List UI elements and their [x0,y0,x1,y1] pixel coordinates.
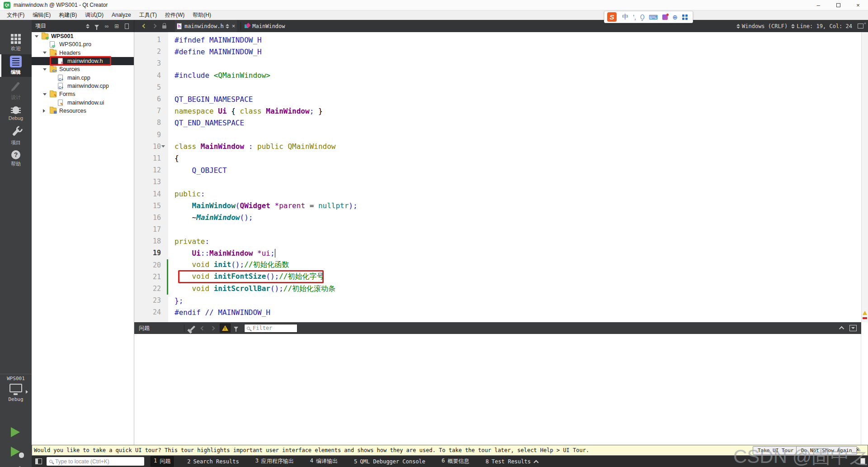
line-number[interactable]: 6 [134,95,168,103]
symbol-dropdown[interactable]: MainWindow [252,23,285,29]
output-pane-8[interactable]: 8Test Results [483,457,533,466]
code-line[interactable]: 15 MainWindow(QWidget *parent = nullptr)… [134,200,861,212]
line-number[interactable]: 4 [134,71,168,80]
chevron-down-icon[interactable] [35,35,38,38]
line-number[interactable]: 18 [134,237,168,245]
split-panel-icon[interactable]: ⊞ [112,22,121,31]
issues-filter-input[interactable]: Filter [244,324,297,333]
cursor-position-label[interactable]: Line: 19, Col: 24 [797,23,852,29]
do-not-show-again-button[interactable]: Do Not Show Again [796,446,857,455]
menu-item[interactable]: 控件(W) [161,10,189,20]
cursor-spinner[interactable] [791,24,795,29]
maximize-panel-icon[interactable] [839,326,844,331]
code-line[interactable]: 7namespace Ui { class MainWindow; } [134,105,861,117]
ime-keyboard-icon[interactable]: ⌨ [649,14,658,21]
line-number[interactable]: 7 [134,107,168,115]
output-pane-2[interactable]: 2Search Results [184,457,241,466]
output-pane-1[interactable]: 1问题 [151,456,174,467]
code-line[interactable]: 24#endif // MAINWINDOW_H [134,306,861,318]
code-line[interactable]: 22 void initScrollBar();//初始化滚动条 [134,283,861,295]
filter-tree-icon[interactable] [92,22,101,31]
close-button[interactable]: × [848,0,868,10]
code-line[interactable]: 13 [134,176,861,188]
line-number[interactable]: 5 [134,83,168,91]
restore-button[interactable] [828,0,848,10]
document-dropdown-icon[interactable] [226,24,229,29]
minimize-button[interactable]: – [808,0,828,10]
code-line[interactable]: 19 Ui::MainWindow *ui; [134,247,861,259]
take-ui-tour-button[interactable]: Take UI Tour [753,446,798,455]
tree-item-forms[interactable]: ✎Forms [32,90,134,98]
output-pane-3[interactable]: 3应用程序输出 [253,457,297,466]
code-line[interactable]: 5 [134,81,861,93]
tree-item-wps001-pro[interactable]: qtWPS001.pro [32,40,134,48]
code-line[interactable]: 4#include <QMainWindow> [134,70,861,81]
toggle-sidebar-icon[interactable] [35,458,42,464]
code-editor[interactable]: 1#ifndef MAINWINDOW_H2#define MAINWINDOW… [134,32,861,322]
line-number[interactable]: 23 [134,296,168,305]
output-panes-arrow-icon[interactable] [533,460,538,465]
line-number[interactable]: 19 [134,249,168,257]
ime-logo-icon[interactable]: S [607,12,617,22]
code-line[interactable]: 18private: [134,235,861,247]
panel-mode-spinner[interactable] [82,22,91,31]
line-number[interactable]: 11 [134,154,168,162]
line-number[interactable]: 13 [134,178,168,186]
output-pane-4[interactable]: 4编译输出 [307,457,340,466]
tree-item-wps001[interactable]: qtWPS001 [32,32,134,40]
code-line[interactable]: 16 ~MainWindow(); [134,212,861,224]
tree-item-mainwindow-cpp[interactable]: C+mainwindow.cpp [32,82,134,90]
next-issue-icon[interactable] [208,324,217,333]
editor-scrollbar[interactable] [861,32,868,322]
menu-item[interactable]: 调试(D) [81,10,108,20]
code-line[interactable]: 14public: [134,188,861,200]
ime-lang-mode-icon[interactable]: 中 [622,13,628,21]
mode-projects[interactable]: 项目 [0,125,32,148]
panel-menu-icon[interactable] [849,325,857,331]
back-icon[interactable] [140,22,149,31]
line-number[interactable]: 22 [134,285,168,293]
line-number[interactable]: 14 [134,190,168,198]
code-line[interactable]: 12 Q_OBJECT [134,164,861,176]
line-number[interactable]: 12 [134,166,168,174]
tree-item-resources[interactable]: ▤Resources [32,107,134,115]
menu-item[interactable]: 工具(T) [135,10,161,20]
menu-item[interactable]: 编辑(E) [28,10,55,20]
code-line[interactable]: 2#define MAINWINDOW_H [134,46,861,57]
run-button[interactable] [11,427,20,437]
split-editor-icon[interactable] [858,24,863,29]
ime-mic-icon[interactable] [641,14,644,19]
close-document-icon[interactable]: × [232,23,236,29]
code-line[interactable]: 21 void initFontSize();//初始化字号 [134,271,861,283]
code-line[interactable]: 23}; [134,295,861,306]
output-pane-6[interactable]: 6概要信息 [439,457,472,466]
mode-edit[interactable]: 编辑 [0,54,32,77]
debug-run-button[interactable] [11,447,20,457]
line-number[interactable]: 9 [134,131,168,139]
line-number[interactable]: 16 [134,214,168,222]
chevron-down-icon[interactable] [43,93,47,95]
encoding-label[interactable]: Windows (CRLF) [742,23,788,29]
line-number[interactable]: 8 [134,119,168,127]
code-line[interactable]: 10class MainWindow : public QMainWindow [134,141,861,152]
line-number[interactable]: 3 [134,59,168,67]
menu-item[interactable]: 构建(B) [55,10,81,20]
sync-with-editor-icon[interactable]: ∞ [102,22,111,31]
forward-icon[interactable] [150,22,159,31]
open-document-tab[interactable]: h mainwindow.h × [175,20,237,32]
chevron-right-icon[interactable] [43,109,45,113]
ime-emoji-icon[interactable]: ⊕ [672,14,678,21]
mode-help[interactable]: ? 帮助 [0,148,32,170]
line-number[interactable]: 2 [134,48,168,56]
chevron-down-icon[interactable] [43,52,47,54]
chevron-down-icon[interactable] [43,68,47,71]
tree-item-mainwindow-h[interactable]: hmainwindow.h [32,57,134,65]
ime-toolbox-icon[interactable] [682,14,688,20]
code-line[interactable]: 6QT_BEGIN_NAMESPACE [134,93,861,105]
menu-item[interactable]: Analyze [108,10,135,20]
line-number[interactable]: 15 [134,202,168,210]
notification-close-icon[interactable]: × [856,446,859,453]
code-line[interactable]: 9 [134,129,861,141]
line-number[interactable]: 24 [134,308,168,316]
tree-item-sources[interactable]: C+Sources [32,65,134,73]
